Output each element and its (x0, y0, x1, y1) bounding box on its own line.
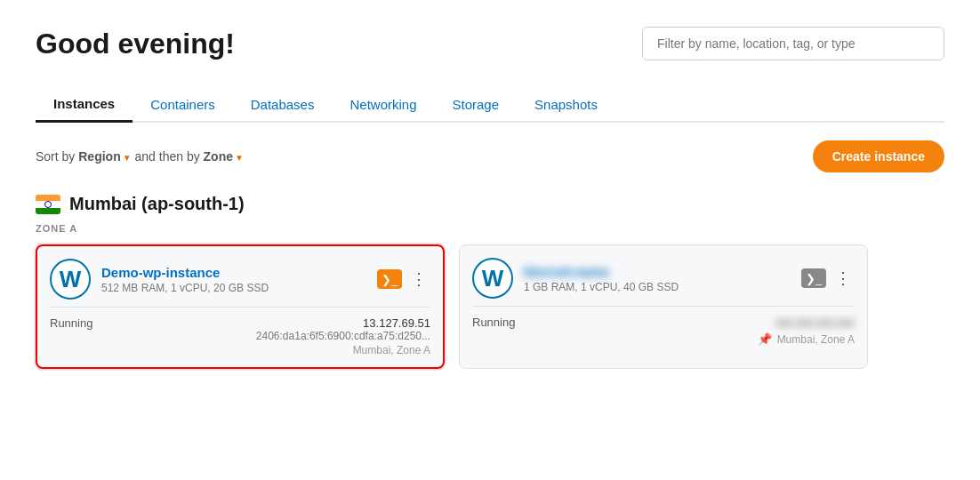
tab-storage[interactable]: Storage (435, 87, 518, 123)
card-actions-1: ❯_ ⋮ (377, 268, 430, 291)
tab-snapshots[interactable]: Snapshots (517, 87, 615, 123)
card-top-2: W blurred-name 1 GB RAM, 1 vCPU, 40 GB S… (460, 245, 867, 306)
instance-status-2: Running (472, 316, 515, 329)
instance-ip-1: 13.127.69.51 (256, 316, 430, 330)
wordpress-icon-2: W (472, 258, 513, 299)
instance-name-2: blurred-name (524, 264, 791, 279)
india-flag-icon (36, 195, 60, 214)
console-button-1[interactable]: ❯_ (377, 269, 402, 289)
card-actions-2: ❯_ ⋮ (801, 267, 855, 290)
card-bottom-2: Running xxx.xxx.xxx.xxx 📌 Mumbai, Zone A (460, 307, 867, 356)
sort-bar: Sort by Region▼ and then by Zone▼ Create… (36, 140, 944, 172)
instance-card-2[interactable]: W blurred-name 1 GB RAM, 1 vCPU, 40 GB S… (459, 244, 868, 369)
instance-specs-1: 512 MB RAM, 1 vCPU, 20 GB SSD (101, 282, 366, 294)
pin-icon-2: 📌 (758, 332, 772, 346)
card-title-group-1: Demo-wp-instance 512 MB RAM, 1 vCPU, 20 … (101, 265, 366, 294)
instance-ip-group-2: xxx.xxx.xxx.xxx 📌 Mumbai, Zone A (758, 316, 855, 346)
instance-location-2: Mumbai, Zone A (777, 333, 855, 346)
flag-orange-stripe (36, 195, 60, 201)
filter-input[interactable] (642, 27, 944, 60)
card-top-1: W Demo-wp-instance 512 MB RAM, 1 vCPU, 2… (37, 246, 443, 307)
then-by-label: and then by (135, 149, 200, 164)
tab-networking[interactable]: Networking (332, 87, 434, 123)
sort-region-caret: ▼ (123, 153, 132, 163)
sort-region-button[interactable]: Region▼ (78, 149, 134, 164)
instance-location-1: Mumbai, Zone A (256, 344, 430, 356)
console-button-2[interactable]: ❯_ (801, 268, 826, 288)
more-options-button-1[interactable]: ⋮ (407, 268, 430, 291)
instances-grid: W Demo-wp-instance 512 MB RAM, 1 vCPU, 2… (36, 244, 944, 369)
instance-ip-2: xxx.xxx.xxx.xxx (758, 316, 855, 329)
flag-white-stripe (36, 201, 60, 208)
zone-label: ZONE A (36, 223, 944, 234)
sort-zone-caret: ▼ (235, 153, 244, 163)
region-name: Mumbai (ap-south-1) (69, 194, 245, 214)
instance-status-1: Running (50, 316, 92, 330)
main-tabs: Instances Containers Databases Networkin… (36, 87, 944, 123)
tab-instances[interactable]: Instances (36, 87, 133, 123)
instance-card-1[interactable]: W Demo-wp-instance 512 MB RAM, 1 vCPU, 2… (36, 244, 445, 369)
page-header: Good evening! (36, 27, 944, 60)
tab-databases[interactable]: Databases (233, 87, 333, 123)
instance-name-1: Demo-wp-instance (101, 265, 366, 280)
flag-green-stripe (36, 208, 60, 214)
ashoka-chakra (44, 201, 52, 208)
instance-ip-group-1: 13.127.69.51 2406:da1a:6f5:6900:cdfa:a75… (256, 316, 430, 356)
card-bottom-1: Running 13.127.69.51 2406:da1a:6f5:6900:… (37, 308, 443, 367)
tab-containers[interactable]: Containers (133, 87, 233, 123)
sort-zone-button[interactable]: Zone▼ (204, 149, 244, 164)
sort-text: Sort by Region▼ and then by Zone▼ (36, 149, 244, 164)
sort-by-label: Sort by (36, 149, 75, 164)
instance-ipv6-1: 2406:da1a:6f5:6900:cdfa:a75:d250... (256, 330, 430, 342)
greeting-text: Good evening! (36, 28, 235, 60)
region-header: Mumbai (ap-south-1) (36, 194, 944, 214)
create-instance-button[interactable]: Create instance (813, 140, 944, 172)
more-options-button-2[interactable]: ⋮ (831, 267, 855, 290)
instance-specs-2: 1 GB RAM, 1 vCPU, 40 GB SSD (524, 281, 791, 293)
card-title-group-2: blurred-name 1 GB RAM, 1 vCPU, 40 GB SSD (524, 264, 791, 293)
instance-location-row-2: 📌 Mumbai, Zone A (758, 332, 855, 346)
wordpress-icon-1: W (50, 259, 91, 300)
